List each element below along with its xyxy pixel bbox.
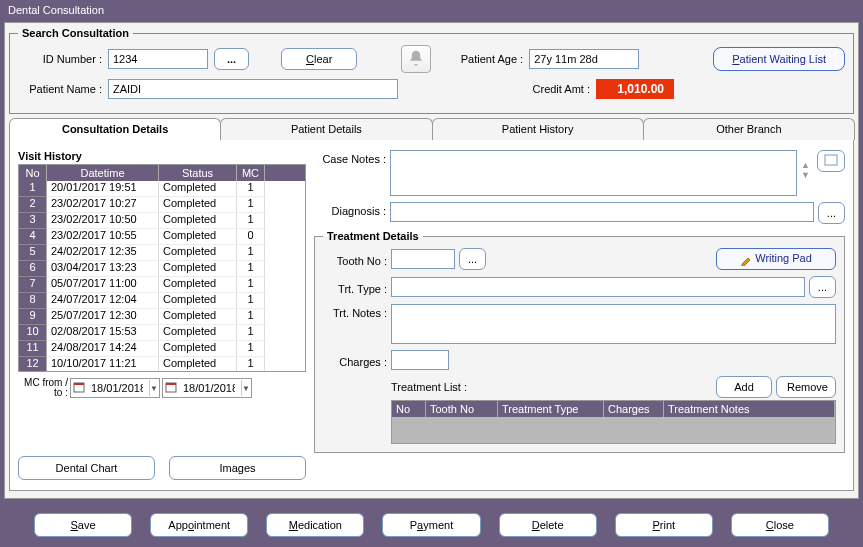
add-button[interactable]: Add — [716, 376, 772, 398]
table-row[interactable]: 323/02/2017 10:50Completed1 — [19, 213, 305, 229]
scroll-arrows[interactable]: ▲▼ — [801, 150, 813, 190]
id-browse-button[interactable]: ... — [214, 48, 249, 70]
table-row[interactable]: 925/07/2017 12:30Completed1 — [19, 309, 305, 325]
credit-amt-value: 1,010.00 — [596, 79, 674, 99]
tab-other-branch[interactable]: Other Branch — [643, 118, 855, 140]
tl-col-charges: Charges — [604, 401, 664, 417]
tab-patient-details[interactable]: Patient Details — [220, 118, 432, 140]
search-legend: Search Consultation — [18, 27, 133, 39]
visit-body[interactable]: 120/01/2017 19:51Completed1223/02/2017 1… — [19, 181, 305, 371]
table-row[interactable]: 705/07/2017 11:00Completed1 — [19, 277, 305, 293]
print-button[interactable]: Print — [615, 513, 713, 537]
treatment-list-label: Treatment List : — [391, 381, 467, 393]
mc-to-label: to : — [54, 387, 68, 398]
table-row[interactable]: 223/02/2017 10:27Completed1 — [19, 197, 305, 213]
dental-chart-button[interactable]: Dental Chart — [18, 456, 155, 480]
trt-type-input[interactable] — [391, 277, 805, 297]
patient-name-label: Patient Name : — [18, 83, 102, 95]
diagnosis-label: Diagnosis : — [314, 202, 386, 217]
tooth-no-label: Tooth No : — [323, 252, 387, 267]
table-row[interactable]: 603/04/2017 13:23Completed1 — [19, 261, 305, 277]
trt-type-label: Trt. Type : — [323, 280, 387, 295]
case-notes-textarea[interactable] — [390, 150, 797, 196]
tab-page-consultation: Visit History No Datetime Status MC 120/… — [9, 139, 854, 491]
trt-type-browse-button[interactable]: ... — [809, 276, 836, 298]
save-button[interactable]: Save — [34, 513, 132, 537]
writing-pad-button[interactable]: Writing Pad — [716, 248, 836, 270]
patient-age-label: Patient Age : — [453, 53, 523, 65]
tl-col-type: Treatment Type — [498, 401, 604, 417]
search-fieldset: Search Consultation ID Number : ... Clea… — [9, 27, 854, 114]
close-button[interactable]: Close — [731, 513, 829, 537]
trt-notes-label: Trt. Notes : — [323, 304, 387, 319]
remove-button[interactable]: Remove — [776, 376, 836, 398]
patient-age-field — [529, 49, 639, 69]
tooth-no-input[interactable] — [391, 249, 455, 269]
tab-consultation-details[interactable]: Consultation Details — [9, 118, 221, 140]
bell-icon[interactable] — [401, 45, 431, 73]
treatment-list-grid[interactable]: No Tooth No Treatment Type Charges Treat… — [391, 400, 836, 444]
svg-rect-3 — [166, 383, 176, 385]
charges-label: Charges : — [323, 353, 387, 368]
table-row[interactable]: 824/07/2017 12:04Completed1 — [19, 293, 305, 309]
case-notes-template-button[interactable] — [817, 150, 845, 172]
charges-input[interactable] — [391, 350, 449, 370]
window-title: Dental Consultation — [8, 4, 104, 16]
tabstrip: Consultation Details Patient Details Pat… — [9, 118, 854, 140]
table-row[interactable]: 423/02/2017 10:55Completed0 — [19, 229, 305, 245]
id-number-input[interactable] — [108, 49, 208, 69]
pencil-icon — [740, 254, 752, 266]
case-notes-label: Case Notes : — [314, 150, 386, 165]
col-no: No — [19, 165, 47, 181]
images-button[interactable]: Images — [169, 456, 306, 480]
appointment-button[interactable]: Appointment — [150, 513, 248, 537]
tooth-browse-button[interactable]: ... — [459, 248, 486, 270]
patient-name-input[interactable] — [108, 79, 398, 99]
tl-col-tooth: Tooth No — [426, 401, 498, 417]
mc-from-date[interactable]: ▼ — [70, 378, 160, 398]
calendar-icon — [165, 381, 177, 395]
svg-rect-4 — [825, 155, 837, 165]
patient-waiting-list-button[interactable]: Patient Waiting List — [713, 47, 845, 71]
window-titlebar: Dental Consultation — [0, 0, 863, 20]
tab-patient-history[interactable]: Patient History — [432, 118, 644, 140]
table-row[interactable]: 524/02/2017 12:35Completed1 — [19, 245, 305, 261]
id-number-label: ID Number : — [18, 53, 102, 65]
tl-col-notes: Treatment Notes — [664, 401, 835, 417]
svg-rect-1 — [74, 383, 84, 385]
payment-button[interactable]: Payment — [382, 513, 480, 537]
dropdown-icon[interactable]: ▼ — [149, 380, 158, 396]
clear-button[interactable]: Clear — [281, 48, 357, 70]
visit-history-title: Visit History — [18, 150, 306, 162]
credit-amt-label: Credit Amt : — [520, 83, 590, 95]
trt-notes-textarea[interactable] — [391, 304, 836, 344]
table-row[interactable]: 1210/10/2017 11:21Completed1 — [19, 357, 305, 371]
dropdown-icon[interactable]: ▼ — [241, 380, 250, 396]
col-status: Status — [159, 165, 237, 181]
col-mc: MC — [237, 165, 265, 181]
treatment-legend: Treatment Details — [323, 230, 423, 242]
table-row[interactable]: 1124/08/2017 14:24Completed1 — [19, 341, 305, 357]
main-panel: Search Consultation ID Number : ... Clea… — [4, 22, 859, 499]
delete-button[interactable]: Delete — [499, 513, 597, 537]
table-row[interactable]: 120/01/2017 19:51Completed1 — [19, 181, 305, 197]
table-row[interactable]: 1002/08/2017 15:53Completed1 — [19, 325, 305, 341]
tl-col-no: No — [392, 401, 426, 417]
note-icon — [824, 154, 838, 166]
footer-bar: Save Appointment Medication Payment Dele… — [4, 509, 859, 541]
medication-button[interactable]: Medication — [266, 513, 364, 537]
col-datetime: Datetime — [47, 165, 159, 181]
visit-history-grid[interactable]: No Datetime Status MC 120/01/2017 19:51C… — [18, 164, 306, 372]
diagnosis-browse-button[interactable]: ... — [818, 202, 845, 224]
diagnosis-input[interactable] — [390, 202, 814, 222]
calendar-icon — [73, 381, 85, 395]
treatment-fieldset: Treatment Details Tooth No : ... Writing… — [314, 230, 845, 453]
mc-to-date[interactable]: ▼ — [162, 378, 252, 398]
